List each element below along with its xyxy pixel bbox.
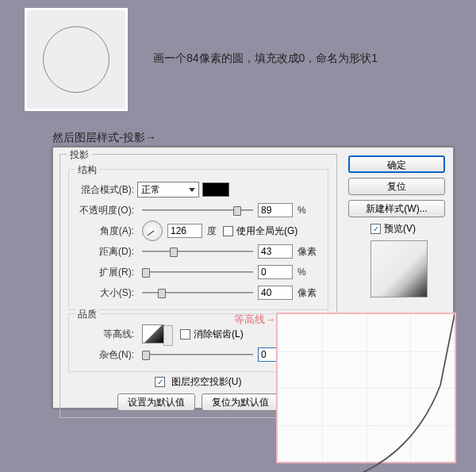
blend-mode-select[interactable]: 正常 [137,182,199,198]
angle-row: 角度(A): 126 度 使用全局光(G) [75,222,321,240]
angle-label: 角度(A): [75,224,134,238]
circle-preview-panel [25,8,128,111]
preview-label: 预览(V) [384,222,416,236]
structure-subgroup: 结构 混合模式(B): 正常 不透明度(O): 89 % 角度(A [68,169,328,310]
cancel-button[interactable]: 复位 [348,178,445,195]
structure-title: 结构 [75,163,99,177]
distance-input[interactable]: 43 [258,244,293,259]
instruction-1: 画一个84像素的圆，填充改成0，命名为形状1 [153,52,378,66]
spread-slider[interactable] [142,265,253,279]
shadow-color-swatch[interactable] [202,182,229,197]
spread-unit: % [298,267,321,278]
blend-label: 混合模式(B): [75,183,134,197]
instruction-2: 然后图层样式-投影→ [52,131,156,145]
angle-input[interactable]: 126 [167,224,202,238]
spread-label: 扩展(R): [75,266,134,279]
preview-checkbox[interactable]: ✓ [370,224,381,234]
opacity-label: 不透明度(O): [75,204,134,217]
size-label: 大小(S): [75,286,134,300]
contour-curve [278,314,455,472]
distance-label: 距离(D): [75,245,134,259]
size-unit: 像素 [298,286,321,300]
opacity-unit: % [298,205,321,216]
global-light-checkbox[interactable] [223,226,233,236]
spread-input[interactable]: 0 [258,265,293,279]
opacity-row: 不透明度(O): 89 % [75,201,321,219]
preview-row: ✓ 预览(V) [370,222,445,236]
contour-label: 等高线: [75,328,134,341]
contour-arrow-label: 等高线→ [234,313,275,327]
group-title: 投影 [67,148,92,162]
opacity-slider[interactable] [142,203,253,217]
contour-editor[interactable] [276,313,456,463]
global-light-label: 使用全局光(G) [236,224,298,238]
blend-value: 正常 [141,183,160,197]
distance-row: 距离(D): 43 像素 [75,243,321,260]
reset-default-button[interactable]: 复位为默认值 [202,393,279,411]
distance-unit: 像素 [298,245,321,259]
knockout-checkbox[interactable]: ✓ [155,377,165,387]
spread-row: 扩展(R): 0 % [75,263,321,281]
preview-swatch [370,240,428,297]
opacity-input[interactable]: 89 [258,203,293,217]
dialog-side: 确定 复位 新建样式(W)... ✓ 预览(V) [348,155,445,297]
set-default-button[interactable]: 设置为默认值 [117,393,195,411]
noise-slider[interactable] [142,347,253,362]
sample-circle [43,26,109,93]
quality-title: 品质 [75,308,99,321]
antialias-checkbox[interactable] [180,329,190,340]
size-input[interactable]: 40 [258,286,293,300]
antialias-label: 消除锯齿(L) [194,328,244,341]
chevron-down-icon [189,188,195,192]
distance-slider[interactable] [142,244,253,259]
new-style-button[interactable]: 新建样式(W)... [348,200,445,217]
blend-mode-row: 混合模式(B): 正常 [75,181,321,198]
angle-unit: 度 [207,224,223,238]
ok-button[interactable]: 确定 [348,155,445,173]
angle-dial[interactable] [142,221,163,241]
contour-picker[interactable] [142,324,164,343]
size-slider[interactable] [142,286,253,300]
knockout-label: 图层挖空投影(U) [171,376,242,387]
size-row: 大小(S): 40 像素 [75,284,321,301]
noise-label: 杂色(N): [75,348,134,362]
